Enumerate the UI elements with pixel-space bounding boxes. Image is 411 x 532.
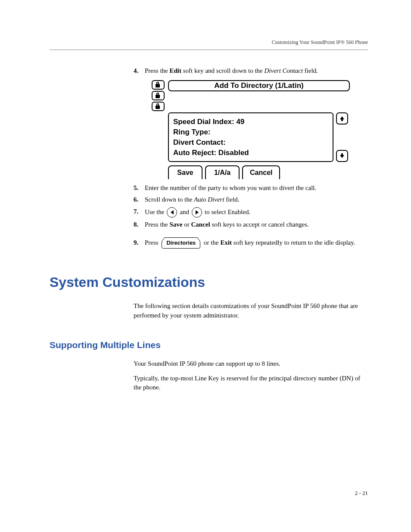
body-paragraph: Typically, the top-most Line Key is rese… xyxy=(134,374,368,393)
text: or xyxy=(183,221,191,228)
text: field. xyxy=(303,67,318,74)
phone-screen-illustration: Add To Directory (1/Latin) Speed Dial In… xyxy=(152,80,350,179)
text: or the xyxy=(204,239,220,246)
step-7: 7. Use the and to select Enabled. xyxy=(134,207,368,218)
italic-text: Auto Divert xyxy=(194,196,224,203)
softkey-mode: 1/A/a xyxy=(205,165,240,179)
step-5: 5. Enter the number of the party to whom… xyxy=(134,184,368,193)
field-value: Disabled xyxy=(218,149,249,157)
softkey-cancel: Cancel xyxy=(242,165,280,179)
text: soft key and scroll down to the xyxy=(181,67,264,74)
step-9: 9. Press Directories or the Exit soft ke… xyxy=(134,238,368,249)
body-paragraph: The following section details customizat… xyxy=(134,302,368,320)
body-paragraph: Your SoundPoint IP 560 phone can support… xyxy=(134,359,368,369)
softkey-save: Save xyxy=(168,165,202,179)
step-text: Use the and to select Enabled. xyxy=(145,207,368,218)
phone-screen-title: Add To Directory (1/Latin) xyxy=(168,80,350,91)
step-number: 4. xyxy=(134,66,145,76)
section-heading-system-customizations: System Customizations xyxy=(50,272,368,292)
field-label: Ring Type: xyxy=(173,127,328,137)
text: Scroll down to the xyxy=(145,196,194,203)
phone-screen-body: Speed Dial Index: 49 Ring Type: Divert C… xyxy=(168,112,333,162)
header-rule xyxy=(50,50,368,50)
text: soft keys to accept or cancel changes. xyxy=(210,221,309,228)
phone-line-icon xyxy=(152,91,165,100)
text: Use the xyxy=(145,208,164,217)
phone-line-icon xyxy=(152,102,165,111)
running-head: Customizing Your SoundPoint IP® 560 Phon… xyxy=(50,39,368,46)
step-text: Press the Edit soft key and scroll down … xyxy=(145,66,368,76)
field-label: Divert Contact: xyxy=(173,137,328,148)
step-8: 8. Press the Save or Cancel soft keys to… xyxy=(134,220,368,230)
step-number: 5. xyxy=(134,184,145,193)
bold-text: Cancel xyxy=(191,221,210,228)
text: field. xyxy=(224,196,240,203)
subsection-heading-multiple-lines: Supporting Multiple Lines xyxy=(50,339,368,352)
text: soft key repeatedly to return to the idl… xyxy=(232,239,355,246)
text: to select Enabled. xyxy=(205,208,250,217)
directories-key-icon: Directories xyxy=(162,238,200,249)
scroll-up-icon xyxy=(336,112,348,124)
scroll-down-icon xyxy=(336,150,348,162)
text: and xyxy=(180,208,189,217)
text: Press the xyxy=(145,67,170,74)
step-text: Press the Save or Cancel soft keys to ac… xyxy=(145,220,368,230)
page-number: 2 - 21 xyxy=(355,489,368,498)
bold-text: Save xyxy=(170,221,183,228)
step-number: 9. xyxy=(134,238,145,248)
step-text: Scroll down to the Auto Divert field. xyxy=(145,195,368,205)
step-6: 6. Scroll down to the Auto Divert field. xyxy=(134,195,368,205)
bold-text: Exit xyxy=(220,239,232,246)
field-label: Auto Reject: xyxy=(173,149,216,157)
bold-text: Edit xyxy=(170,67,182,74)
text: Press the xyxy=(145,221,170,228)
step-number: 8. xyxy=(134,220,145,230)
step-number: 7. xyxy=(134,207,145,217)
field-value: 49 xyxy=(236,118,244,126)
step-number: 6. xyxy=(134,195,145,205)
step-4: 4. Press the Edit soft key and scroll do… xyxy=(134,66,368,76)
field-label: Speed Dial Index: xyxy=(173,118,234,126)
step-text: Enter the number of the party to whom yo… xyxy=(145,184,368,193)
text: Press xyxy=(145,239,160,246)
step-text: Press Directories or the Exit soft key r… xyxy=(145,238,368,249)
left-arrow-icon xyxy=(167,207,177,218)
italic-text: Divert Contact xyxy=(264,67,303,74)
right-arrow-icon xyxy=(192,207,202,218)
phone-line-icon xyxy=(152,80,165,90)
